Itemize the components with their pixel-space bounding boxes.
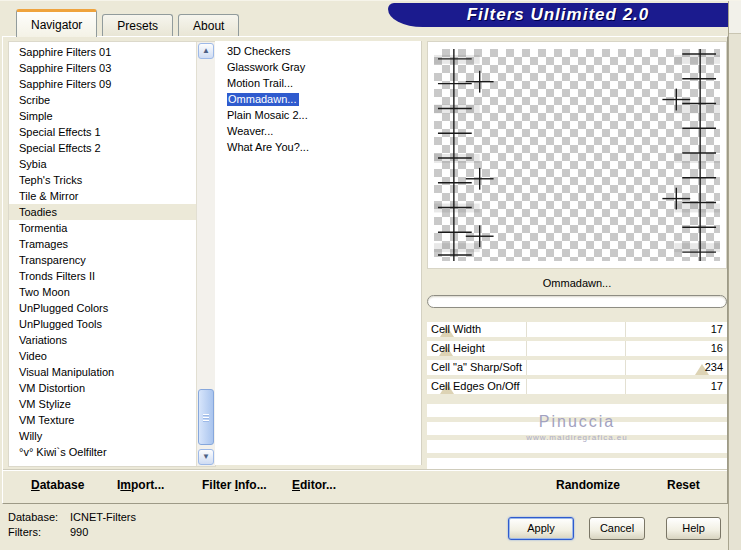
- list-item[interactable]: Glasswork Gray: [215, 59, 417, 75]
- list-item-label: Glasswork Gray: [227, 61, 305, 73]
- tab-bar: NavigatorPresetsAbout: [16, 9, 239, 37]
- transparency-checkerboard: [434, 49, 720, 261]
- slider-label: Cell Edges On/Off: [431, 380, 519, 392]
- list-item[interactable]: Sapphire Filters 03: [9, 60, 197, 76]
- selected-filter-caption: Ommadawn...: [427, 277, 727, 289]
- scroll-up-icon[interactable]: ▲: [198, 43, 214, 59]
- list-item[interactable]: Simple: [9, 108, 197, 124]
- filter-info-button[interactable]: Filter Info...: [202, 478, 267, 492]
- slider-cell-width[interactable]: Cell Width17: [427, 322, 727, 337]
- list-item[interactable]: Special Effects 1: [9, 124, 197, 140]
- empty-parameter-rows: Pinuccia www.maidiregrafica.eu: [427, 404, 727, 471]
- tab-about[interactable]: About: [178, 14, 239, 37]
- list-item[interactable]: VM Distortion: [9, 380, 197, 396]
- list-item[interactable]: Special Effects 2: [9, 140, 197, 156]
- slider-cell-a-sharp-soft[interactable]: Cell "a" Sharp/Soft234: [427, 360, 727, 375]
- list-item[interactable]: Video: [9, 348, 197, 364]
- list-item[interactable]: Willy: [9, 428, 197, 444]
- toolbar-label: ditor...: [300, 478, 336, 492]
- title-banner: Filters Unlimited 2.0: [388, 3, 728, 27]
- list-item[interactable]: Ommadawn...: [215, 91, 417, 107]
- parameter-sliders: Cell Width17Cell Height16Cell "a" Sharp/…: [427, 322, 727, 394]
- list-item[interactable]: Teph's Tricks: [9, 172, 197, 188]
- list-item[interactable]: Sapphire Filters 09: [9, 76, 197, 92]
- list-item-label: Plain Mosaic 2...: [227, 109, 308, 121]
- slider-tick-icon: [526, 322, 527, 337]
- slider-value: 234: [705, 361, 723, 373]
- preview-pattern: [434, 49, 720, 261]
- scroll-down-icon[interactable]: ▼: [198, 449, 214, 465]
- slider-tick-icon: [526, 379, 527, 394]
- watermark-url: www.maidiregrafica.eu: [427, 433, 727, 442]
- toolbar-label: Filter: [202, 478, 235, 492]
- slider-cell-edges-on-off[interactable]: Cell Edges On/Off17: [427, 379, 727, 394]
- list-item[interactable]: Tormentia: [9, 220, 197, 236]
- slider-label: Cell Height: [431, 342, 485, 354]
- list-item[interactable]: Visual Manipulation: [9, 364, 197, 380]
- toolbar-label: nfo...: [238, 478, 267, 492]
- list-item[interactable]: Tronds Filters II: [9, 268, 197, 284]
- import-button[interactable]: Import...: [117, 478, 164, 492]
- slider-cell-height[interactable]: Cell Height16: [427, 341, 727, 356]
- list-item[interactable]: VM Texture: [9, 412, 197, 428]
- list-item[interactable]: Scribe: [9, 92, 197, 108]
- randomize-button[interactable]: Randomize: [556, 478, 620, 492]
- editor-button[interactable]: Editor...: [292, 478, 336, 492]
- preview-panel: Ommadawn... Cell Width17Cell Height16Cel…: [427, 41, 727, 471]
- slider-tick-icon: [625, 322, 626, 337]
- list-item[interactable]: Toadies: [9, 204, 197, 220]
- list-item[interactable]: Plain Mosaic 2...: [215, 107, 417, 123]
- toolbar-mnemonic: D: [31, 478, 40, 492]
- toolbar-label: Randomize: [556, 478, 620, 492]
- toolbar-mnemonic: m: [120, 478, 131, 492]
- list-item[interactable]: Sybia: [9, 156, 197, 172]
- database-button[interactable]: Database: [31, 478, 84, 492]
- toolbar-mnemonic: E: [292, 478, 300, 492]
- slider-tick-icon: [625, 379, 626, 394]
- list-item[interactable]: VM Stylize: [9, 396, 197, 412]
- list-item[interactable]: Sapphire Filters 01: [9, 44, 197, 60]
- slider-tick-icon: [625, 341, 626, 356]
- list-item[interactable]: Motion Trail...: [215, 75, 417, 91]
- list-item[interactable]: 3D Checkers: [215, 43, 417, 59]
- slider-value: 17: [711, 323, 723, 335]
- list-item[interactable]: Variations: [9, 332, 197, 348]
- slider-tick-icon: [526, 341, 527, 356]
- list-item-label: What Are You?...: [227, 141, 309, 153]
- list-item[interactable]: Weaver...: [215, 123, 417, 139]
- filter-preview: [427, 41, 727, 269]
- background-window-edge: [728, 1, 741, 550]
- category-scrollbar[interactable]: ▲ ▼: [196, 42, 215, 466]
- list-item[interactable]: What Are You?...: [215, 139, 417, 155]
- bottom-toolbar: DatabaseImport...Filter Info...Editor...…: [3, 470, 727, 503]
- slider-tick-icon: [625, 360, 626, 375]
- tab-navigator[interactable]: Navigator: [16, 9, 97, 37]
- tab-presets[interactable]: Presets: [102, 14, 173, 37]
- list-item[interactable]: Transparency: [9, 252, 197, 268]
- list-item[interactable]: Tile & Mirror: [9, 188, 197, 204]
- slider-value: 17: [711, 380, 723, 392]
- apply-button[interactable]: Apply: [508, 517, 574, 540]
- list-item-label: Motion Trail...: [227, 77, 293, 89]
- toolbar-label: Reset: [667, 478, 700, 492]
- list-item[interactable]: Tramages: [9, 236, 197, 252]
- cancel-button[interactable]: Cancel: [589, 517, 645, 540]
- category-listbox[interactable]: Sapphire Filters 01Sapphire Filters 03Sa…: [8, 41, 216, 467]
- reset-button[interactable]: Reset: [667, 478, 700, 492]
- list-item[interactable]: UnPlugged Tools: [9, 316, 197, 332]
- list-item[interactable]: °v° Kiwi`s Oelfilter: [9, 444, 197, 460]
- list-item-label: Ommadawn...: [227, 93, 299, 106]
- scrollbar-thumb[interactable]: [198, 389, 214, 445]
- toolbar-label: port...: [131, 478, 164, 492]
- slider-label: Cell "a" Sharp/Soft: [431, 361, 522, 373]
- progress-bar: [427, 295, 727, 308]
- dialog-buttons: ApplyCancelHelp: [0, 517, 728, 541]
- app-title: Filters Unlimited 2.0: [467, 5, 650, 25]
- list-item[interactable]: UnPlugged Colors: [9, 300, 197, 316]
- category-items: Sapphire Filters 01Sapphire Filters 03Sa…: [9, 44, 197, 460]
- help-button[interactable]: Help: [666, 517, 721, 540]
- filter-listbox[interactable]: 3D CheckersGlasswork GrayMotion Trail...…: [215, 41, 422, 465]
- toolbar-label: atabase: [40, 478, 85, 492]
- list-item[interactable]: Two Moon: [9, 284, 197, 300]
- list-item-label: 3D Checkers: [227, 45, 291, 57]
